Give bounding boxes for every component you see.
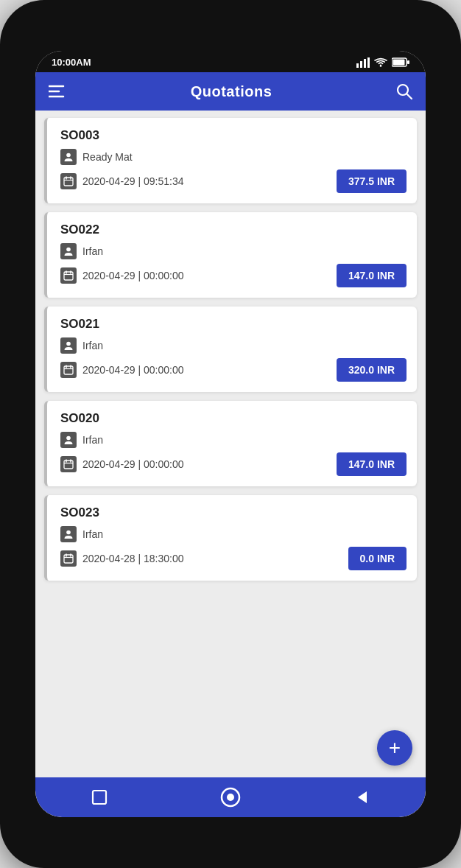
calendar-icon xyxy=(60,267,77,284)
svg-rect-1 xyxy=(360,61,362,68)
customer-row: Ready Mat xyxy=(60,149,407,165)
search-icon[interactable] xyxy=(396,83,412,99)
quotation-id: SO021 xyxy=(60,317,407,332)
svg-point-18 xyxy=(66,248,71,252)
list-item[interactable]: SO003 Ready Mat 20 xyxy=(44,118,417,203)
datetime-row: 2020-04-29 | 00:00:00 xyxy=(60,362,184,378)
top-bar: Quotations xyxy=(35,72,426,111)
datetime-row: 2020-04-28 | 18:30:00 xyxy=(60,550,184,567)
datetime-amount-row: 2020-04-29 | 00:00:00 320.0 INR xyxy=(60,358,407,382)
customer-name: Ready Mat xyxy=(82,151,407,163)
calendar-icon xyxy=(60,550,77,567)
datetime-row: 2020-04-29 | 00:00:00 xyxy=(60,456,184,472)
customer-name: Irfan xyxy=(82,434,407,446)
svg-rect-19 xyxy=(64,272,73,280)
calendar-icon xyxy=(60,362,77,378)
svg-rect-6 xyxy=(393,60,405,66)
add-fab[interactable]: + xyxy=(377,730,412,766)
quotation-id: SO020 xyxy=(60,411,407,426)
amount-button[interactable]: 377.5 INR xyxy=(337,169,407,193)
svg-marker-41 xyxy=(358,791,367,803)
person-icon xyxy=(60,432,77,448)
quotation-id: SO003 xyxy=(60,128,407,143)
customer-row: Irfan xyxy=(60,526,407,542)
amount-button[interactable]: 320.0 INR xyxy=(337,358,407,382)
svg-rect-2 xyxy=(364,59,366,68)
phone-frame: 10:00AM xyxy=(0,0,461,868)
square-nav-button[interactable] xyxy=(91,789,108,805)
quotation-datetime: 2020-04-28 | 18:30:00 xyxy=(82,553,184,564)
status-icons xyxy=(356,57,409,68)
datetime-amount-row: 2020-04-29 | 00:00:00 147.0 INR xyxy=(60,452,407,476)
svg-point-13 xyxy=(66,153,71,158)
quotation-datetime: 2020-04-29 | 09:51:34 xyxy=(82,175,184,187)
svg-line-12 xyxy=(407,94,412,99)
svg-rect-0 xyxy=(356,63,359,68)
person-icon xyxy=(60,149,77,165)
bottom-nav xyxy=(35,777,426,817)
svg-rect-7 xyxy=(407,60,409,64)
svg-point-28 xyxy=(66,436,71,441)
status-time: 10:00AM xyxy=(52,57,91,68)
phone-screen: 10:00AM xyxy=(35,51,426,817)
quotation-datetime: 2020-04-29 | 00:00:00 xyxy=(82,458,184,470)
hamburger-icon[interactable] xyxy=(49,85,66,98)
home-nav-button[interactable] xyxy=(220,787,241,808)
list-item[interactable]: SO021 Irfan 2020-0 xyxy=(44,307,417,392)
datetime-row: 2020-04-29 | 00:00:00 xyxy=(60,267,184,284)
person-icon xyxy=(60,526,77,542)
list-item[interactable]: SO022 Irfan 2020-0 xyxy=(44,212,417,298)
quotations-list: SO003 Ready Mat 20 xyxy=(35,111,426,777)
calendar-icon xyxy=(60,456,77,472)
customer-name: Irfan xyxy=(82,528,407,540)
person-icon xyxy=(60,243,77,259)
back-nav-button[interactable] xyxy=(353,789,370,805)
datetime-row: 2020-04-29 | 09:51:34 xyxy=(60,173,184,189)
customer-row: Irfan xyxy=(60,432,407,448)
wifi-icon xyxy=(374,57,387,68)
battery-icon xyxy=(392,57,409,67)
svg-rect-29 xyxy=(64,461,73,469)
amount-button[interactable]: 0.0 INR xyxy=(348,547,407,570)
customer-name: Irfan xyxy=(82,245,407,257)
svg-rect-34 xyxy=(64,555,73,563)
svg-point-23 xyxy=(66,342,71,346)
person-icon xyxy=(60,337,77,354)
status-bar: 10:00AM xyxy=(35,51,426,72)
calendar-icon xyxy=(60,173,77,189)
list-item[interactable]: SO020 Irfan 2020-0 xyxy=(44,401,417,486)
quotation-id: SO022 xyxy=(60,223,407,237)
quotation-datetime: 2020-04-29 | 00:00:00 xyxy=(82,270,184,281)
customer-row: Irfan xyxy=(60,337,407,354)
customer-name: Irfan xyxy=(82,340,407,351)
svg-rect-24 xyxy=(64,366,73,374)
svg-point-4 xyxy=(380,65,382,67)
svg-point-33 xyxy=(66,531,71,535)
svg-rect-3 xyxy=(367,57,370,68)
quotation-datetime: 2020-04-29 | 00:00:00 xyxy=(82,364,184,376)
amount-button[interactable]: 147.0 INR xyxy=(337,264,407,287)
datetime-amount-row: 2020-04-29 | 09:51:34 377.5 INR xyxy=(60,169,407,193)
quotation-id: SO023 xyxy=(60,505,407,520)
signal-icon xyxy=(356,57,370,68)
svg-rect-38 xyxy=(93,791,106,804)
datetime-amount-row: 2020-04-29 | 00:00:00 147.0 INR xyxy=(60,264,407,287)
svg-rect-14 xyxy=(64,178,73,186)
datetime-amount-row: 2020-04-28 | 18:30:00 0.0 INR xyxy=(60,547,407,570)
customer-row: Irfan xyxy=(60,243,407,259)
list-item[interactable]: SO023 Irfan 2020-0 xyxy=(44,495,417,581)
page-title: Quotations xyxy=(191,83,272,100)
svg-point-40 xyxy=(227,794,234,801)
amount-button[interactable]: 147.0 INR xyxy=(337,452,407,476)
